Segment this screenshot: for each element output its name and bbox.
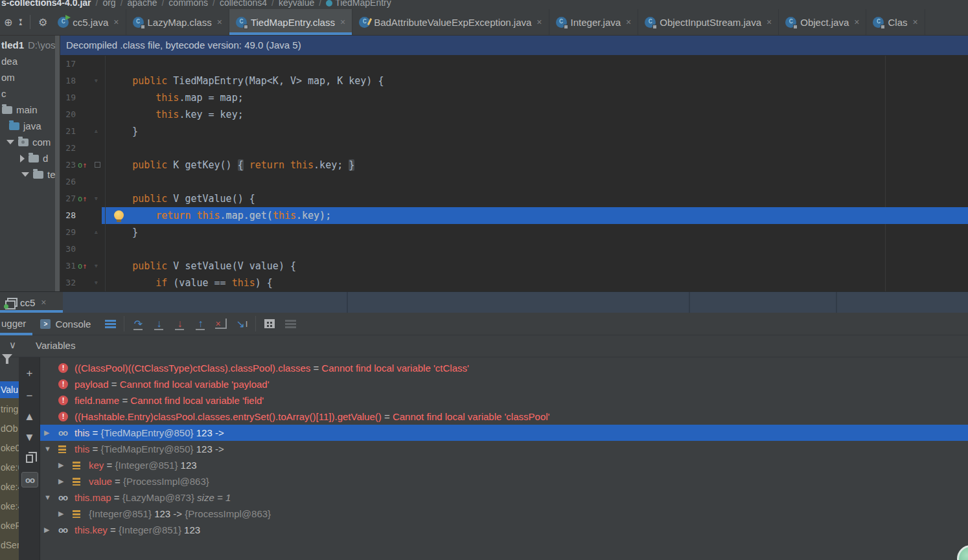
step-over-icon[interactable]: ↷ (130, 316, 146, 331)
stack-frame-item[interactable]: oke:4 (1, 498, 19, 515)
variable-row[interactable]: ▶oothis.key = {Integer@851} 123 (40, 522, 968, 538)
view-options-icon[interactable] (102, 316, 118, 331)
close-icon[interactable]: × (626, 17, 631, 27)
force-step-into-icon[interactable]: ↓ (172, 316, 187, 331)
fold-end-icon[interactable]: ▵ (94, 224, 98, 241)
stack-frame-item[interactable]: dSer (1, 537, 19, 554)
editor-tab[interactable]: BadAttributeValueExpException.java× (352, 9, 549, 35)
breadcrumb-item[interactable]: s-collections4-4.0.jar (1, 0, 91, 8)
step-into-icon[interactable]: ↓ (151, 316, 167, 331)
chevron-down-icon[interactable]: ∨ (9, 339, 16, 351)
project-tree-item[interactable]: dea (1, 53, 17, 69)
remove-watch-button[interactable]: − (19, 388, 40, 405)
duplicate-watch-button[interactable] (19, 450, 40, 467)
frames-list[interactable]: ValutringdOboke0oke:6oke:4oke:4okeRdSerd… (0, 381, 19, 560)
editor-tab[interactable]: Clas× (866, 9, 925, 35)
chevron-right-icon[interactable]: ▶ (58, 473, 63, 489)
variable-row[interactable]: ▶key = {Integer@851} 123 (40, 457, 968, 473)
override-method-icon[interactable]: o↑ (78, 190, 87, 207)
code-line[interactable]: 29▵ } (60, 224, 968, 241)
variable-row[interactable]: ▶{Integer@851} 123 -> {ProcessImpl@863} (40, 506, 968, 522)
chevron-right-icon[interactable]: ▶ (44, 425, 49, 441)
code-line[interactable]: 21▵ } (60, 123, 968, 140)
close-icon[interactable]: × (340, 17, 345, 27)
project-tree-item[interactable]: com (6, 134, 51, 150)
stack-frame-item[interactable]: oke:6 (1, 459, 19, 476)
settings-gear-icon[interactable]: ⚙ (38, 16, 47, 28)
chevron-right-icon[interactable]: ▶ (44, 522, 49, 538)
folded-region-icon[interactable] (95, 162, 100, 168)
variable-row[interactable]: !((ClassPool)((CtClassType)ctClass).clas… (40, 360, 968, 376)
code-line[interactable]: 32▿ if (value == this) { (60, 274, 968, 291)
override-method-icon[interactable]: o↑ (78, 157, 87, 174)
editor-tab[interactable]: LazyMap.class× (126, 9, 229, 35)
project-tree-item[interactable]: tled1D:\yos (1, 37, 56, 53)
layout-settings-icon[interactable] (282, 316, 298, 331)
close-icon[interactable]: × (912, 17, 917, 27)
breadcrumb-item[interactable]: keyvalue (279, 0, 314, 8)
show-watches-toggle[interactable]: oo (21, 472, 38, 487)
editor-tab[interactable]: ObjectInputStream.java× (638, 9, 779, 35)
code-line[interactable]: 30 (60, 241, 968, 258)
code-line[interactable]: 22 (60, 140, 968, 157)
run-to-cursor-icon[interactable]: ↘I (234, 316, 249, 331)
variable-row[interactable]: !((Hashtable.Entry)classPool.classes.ent… (40, 409, 968, 425)
close-icon[interactable]: × (217, 17, 222, 27)
code-area[interactable]: 1718▿ public TiedMapEntry(Map<K, V> map,… (60, 56, 968, 291)
debug-session-tab[interactable]: cc5 × (0, 292, 63, 313)
stack-frame-item[interactable]: oke0 (1, 440, 19, 456)
add-watch-button[interactable]: + (19, 365, 40, 382)
fold-end-icon[interactable]: ▵ (94, 123, 98, 140)
code-line[interactable]: 26 (60, 174, 968, 190)
close-icon[interactable]: × (113, 17, 119, 27)
breadcrumb-item[interactable]: TiedMapEntry (335, 0, 391, 8)
chevron-down-icon[interactable] (6, 140, 14, 144)
code-line[interactable]: 28 return this.map.get(this.key); (60, 207, 968, 224)
move-down-button[interactable]: ▼ (19, 429, 40, 446)
chevron-down-icon[interactable] (21, 172, 29, 177)
breadcrumb-item[interactable]: org (102, 0, 115, 8)
breadcrumb-item[interactable]: commons (168, 0, 208, 8)
variable-row[interactable]: ▼this = {TiedMapEntry@850} 123 -> (40, 441, 968, 457)
code-line[interactable]: 27o↑▿ public V getValue() { (60, 190, 968, 207)
tab-debugger[interactable]: ugger (0, 313, 31, 335)
stack-frame-item[interactable]: dOrd (1, 556, 19, 560)
stack-frame-item[interactable]: Valu (0, 381, 19, 398)
tab-console[interactable]: > Console (40, 319, 91, 330)
variable-row[interactable]: !field.name = Cannot find local variable… (40, 392, 968, 409)
variable-row[interactable]: !payload = Cannot find local variable 'p… (40, 376, 968, 392)
locate-icon[interactable]: ⊕ (4, 16, 12, 28)
breadcrumb-item[interactable]: collections4 (220, 0, 267, 8)
fold-marker-icon[interactable]: ▿ (94, 274, 98, 291)
code-line[interactable]: 31o↑▿ public V setValue(V value) { (60, 258, 968, 274)
variable-row[interactable]: ▶value = {ProcessImpl@863} (40, 473, 968, 489)
chevron-down-icon[interactable]: ▼ (44, 489, 51, 506)
project-tree-item[interactable]: d (20, 150, 48, 166)
chevron-right-icon[interactable]: ▶ (58, 506, 63, 522)
fold-marker-icon[interactable]: ▿ (94, 258, 98, 274)
stack-frame-item[interactable]: okeR (1, 517, 19, 534)
variable-row[interactable]: ▶oothis = {TiedMapEntry@850} 123 -> (40, 425, 968, 441)
code-line[interactable]: 23o↑ public K getKey() { return this.key… (60, 157, 968, 174)
stack-frame-item[interactable]: oke:4 (1, 478, 19, 495)
override-method-icon[interactable]: o↑ (78, 258, 87, 274)
project-scrollbar[interactable] (55, 36, 60, 291)
frames-filter-icon[interactable] (2, 360, 16, 377)
chevron-right-icon[interactable] (20, 155, 25, 162)
close-icon[interactable]: × (854, 17, 859, 27)
fold-marker-icon[interactable]: ▿ (94, 73, 98, 89)
project-tree-item[interactable]: main (2, 102, 38, 118)
close-icon[interactable]: × (41, 297, 46, 308)
editor[interactable]: Decompiled .class file, bytecode version… (60, 36, 968, 291)
editor-tab[interactable]: Integer.java× (549, 9, 639, 35)
stack-frame-item[interactable]: tring (1, 401, 18, 418)
code-line[interactable]: 18▿ public TiedMapEntry(Map<K, V> map, K… (60, 73, 968, 89)
editor-tab[interactable]: cc5.java× (51, 9, 126, 35)
editor-tab[interactable]: Object.java× (779, 9, 866, 35)
code-line[interactable]: 20 this.key = key; (60, 106, 968, 123)
stack-frame-item[interactable]: dOb (1, 420, 17, 437)
close-icon[interactable]: × (766, 17, 772, 27)
variable-row[interactable]: ▼oothis.map = {LazyMap@873} size = 1 (40, 489, 968, 506)
code-line[interactable]: 17 (60, 56, 968, 73)
collapse-all-icon[interactable]: ▾▴ (19, 19, 22, 25)
